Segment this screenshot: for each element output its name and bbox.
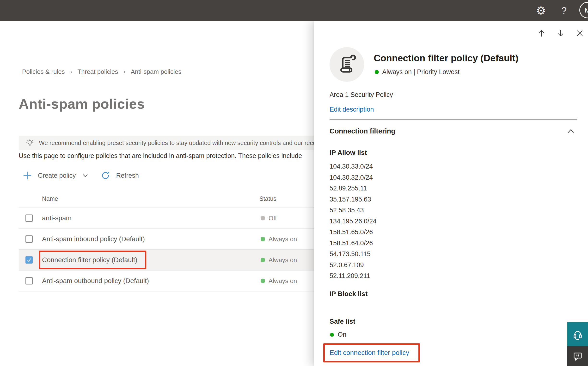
policy-name[interactable]: anti-spam: [42, 214, 72, 222]
banner-text: We recommend enabling preset security po…: [39, 139, 314, 146]
create-policy-label: Create policy: [38, 172, 76, 179]
divider: [330, 119, 577, 120]
table-row[interactable]: anti-spam Off: [19, 208, 314, 229]
scroll-icon: [336, 53, 358, 76]
table-header: Name Status: [19, 190, 314, 208]
row-checkbox[interactable]: [25, 214, 33, 222]
feedback-button[interactable]: [567, 346, 588, 366]
ip-entry: 104.30.33.0/24: [330, 161, 376, 172]
ip-entry: 52.89.255.11: [330, 183, 376, 194]
ip-allow-list: 104.30.33.0/24 104.30.32.0/24 52.89.255.…: [330, 161, 376, 282]
status-label: Always on: [269, 236, 297, 243]
table-row[interactable]: Anti-spam inbound policy (Default) Alway…: [19, 229, 314, 250]
create-policy-button[interactable]: Create policy: [23, 171, 88, 180]
status-dot-icon: [261, 279, 265, 283]
status-dot-icon: [330, 333, 334, 337]
recommendation-banner: We recommend enabling preset security po…: [19, 136, 314, 150]
main-content: Policies & rules › Threat policies › Ant…: [0, 21, 314, 366]
status-label: Always on: [269, 256, 297, 264]
column-header-status[interactable]: Status: [259, 195, 276, 202]
checkmark-icon: [26, 257, 32, 263]
chevron-down-icon: [82, 172, 88, 179]
table-row-selected[interactable]: Connection filter policy (Default) Alway…: [19, 250, 314, 271]
toolbar: Create policy Refresh: [23, 169, 139, 182]
policy-details-panel: Connection filter policy (Default) Alway…: [314, 21, 588, 366]
table-row[interactable]: Anti-spam outbound policy (Default) Alwa…: [19, 271, 314, 291]
edit-connection-filter-policy-link[interactable]: Edit connection filter policy: [330, 349, 409, 357]
ip-entry: 158.51.65.0/26: [330, 227, 376, 238]
headset-icon: [571, 328, 584, 341]
lightbulb-icon: [25, 138, 35, 148]
breadcrumb-anti-spam-policies: Anti-spam policies: [131, 68, 181, 76]
support-button[interactable]: [567, 322, 588, 346]
avatar[interactable]: M: [579, 2, 588, 18]
policy-description: Area 1 Security Policy: [330, 91, 393, 99]
section-title-connection-filtering: Connection filtering: [330, 127, 395, 135]
ip-entry: 52.58.35.43: [330, 205, 376, 216]
ip-entry: 134.195.26.0/24: [330, 216, 376, 227]
collapse-section-button[interactable]: [567, 128, 574, 134]
ip-entry: 52.0.67.109: [330, 260, 376, 271]
avatar-initial: M: [585, 6, 588, 14]
ip-entry: 35.157.195.63: [330, 194, 376, 205]
page-title: Anti-spam policies: [19, 96, 145, 112]
policy-name[interactable]: Anti-spam inbound policy (Default): [42, 235, 145, 243]
previous-item-button[interactable]: [535, 26, 548, 40]
status-dot-icon: [261, 258, 265, 262]
feedback-icon: [572, 350, 583, 362]
breadcrumb-separator-icon: ›: [123, 68, 125, 76]
breadcrumb-separator-icon: ›: [70, 68, 72, 76]
breadcrumb-policies-rules[interactable]: Policies & rules: [22, 68, 65, 76]
close-icon: [576, 29, 584, 37]
policy-name[interactable]: Connection filter policy (Default): [42, 256, 137, 264]
panel-title: Connection filter policy (Default): [374, 53, 518, 63]
ip-entry: 104.30.32.0/24: [330, 172, 376, 183]
safe-list-status-text: On: [338, 331, 346, 338]
up-arrow-icon: [537, 29, 546, 38]
close-panel-button[interactable]: [573, 26, 587, 40]
ip-entry: 54.173.50.115: [330, 249, 376, 260]
policy-status: Off: [261, 214, 277, 222]
ip-allow-list-title: IP Allow list: [330, 149, 367, 157]
policy-status: Always on: [261, 236, 297, 243]
status-dot-icon: [261, 216, 265, 221]
help-button[interactable]: ?: [554, 0, 573, 21]
topbar: ⚙ ? M: [0, 0, 588, 21]
ip-block-list-title: IP Block list: [330, 290, 368, 298]
safe-list-status: On: [330, 331, 346, 338]
panel-status: Always on | Priority Lowest: [375, 68, 459, 76]
policy-icon-badge: [330, 47, 364, 82]
policy-status: Always on: [261, 277, 297, 285]
status-dot-icon: [375, 70, 379, 74]
help-icon: ?: [561, 5, 567, 16]
edit-description-link[interactable]: Edit description: [330, 106, 374, 113]
ip-entry: 158.51.64.0/26: [330, 238, 376, 249]
column-header-name[interactable]: Name: [42, 195, 58, 202]
down-arrow-icon: [556, 29, 565, 38]
refresh-icon: [101, 171, 110, 180]
breadcrumb-threat-policies[interactable]: Threat policies: [77, 68, 118, 76]
chevron-up-icon: [567, 128, 574, 134]
row-checkbox-checked[interactable]: [25, 256, 33, 264]
settings-button[interactable]: ⚙: [531, 0, 551, 21]
refresh-button[interactable]: Refresh: [101, 171, 139, 180]
policy-name[interactable]: Anti-spam outbound policy (Default): [42, 277, 149, 285]
intro-text: Use this page to configure policies that…: [19, 152, 314, 160]
gear-icon: ⚙: [536, 5, 546, 16]
next-item-button[interactable]: [554, 26, 567, 40]
status-label: Always on: [269, 277, 297, 285]
breadcrumb: Policies & rules › Threat policies › Ant…: [22, 68, 181, 76]
panel-status-text: Always on | Priority Lowest: [382, 68, 459, 76]
screen: ⚙ ? M Policies & rules › Threat policies…: [0, 0, 588, 366]
row-checkbox[interactable]: [25, 277, 33, 284]
plus-icon: [23, 171, 32, 180]
ip-entry: 52.11.209.211: [330, 271, 376, 282]
policies-table: Name Status anti-spam Off Anti-spam inbo…: [19, 190, 314, 291]
refresh-label: Refresh: [116, 172, 139, 179]
status-label: Off: [269, 214, 277, 222]
row-checkbox[interactable]: [25, 236, 33, 243]
policy-status: Always on: [261, 256, 297, 264]
safe-list-title: Safe list: [330, 318, 355, 325]
status-dot-icon: [261, 237, 265, 241]
